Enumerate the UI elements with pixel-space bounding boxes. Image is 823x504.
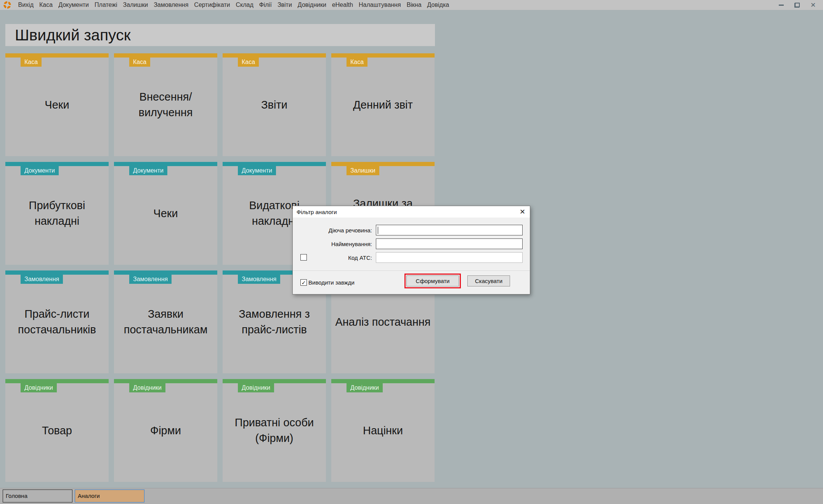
field-row-name: Найменування: [293, 238, 523, 249]
field-row-active-substance: Діюча речовина: [293, 225, 523, 235]
atc-code-label: Код АТС: [293, 254, 376, 261]
window-controls: ✕ [777, 1, 823, 9]
tile-label: Прайс-листи постачальників [5, 270, 109, 373]
tile-tovar[interactable]: Довідники Товар [5, 379, 109, 482]
text-caret [378, 227, 378, 234]
menu-item-directories[interactable]: Довідники [295, 0, 329, 10]
tile-firmy[interactable]: Довідники Фірми [114, 379, 217, 482]
menu-item-orders[interactable]: Замовлення [151, 0, 191, 10]
tile-label: Чеки [114, 162, 217, 265]
menu-item-kasa[interactable]: Каса [37, 0, 56, 10]
tile-label: Фірми [114, 379, 217, 482]
tile-natsinky[interactable]: Довідники Націнки [331, 379, 435, 482]
page-title: Швидкий запуск [5, 24, 435, 46]
menu-item-reports[interactable]: Звіти [274, 0, 295, 10]
minimize-button[interactable] [777, 1, 785, 9]
name-label: Найменування: [293, 241, 376, 247]
active-substance-input[interactable] [376, 225, 523, 235]
menu-item-stock[interactable]: Залишки [120, 0, 151, 10]
tile-label: Приватні особи (Фірми) [223, 379, 326, 482]
cancel-button[interactable]: Скасувати [467, 275, 510, 286]
bottom-tab-bar: Головна Аналоги [0, 488, 823, 504]
tile-kasa-dennyi-zvit[interactable]: Каса Денний звіт [331, 53, 435, 156]
menu-item-payments[interactable]: Платежі [92, 0, 120, 10]
menu-item-exit[interactable]: Вихід [15, 0, 37, 10]
app-logo-icon [3, 1, 11, 9]
dialog-divider [293, 270, 530, 271]
menu-item-settings[interactable]: Налаштування [356, 0, 404, 10]
restore-icon [795, 3, 799, 7]
tile-label: Заявки постачальникам [114, 270, 217, 373]
tile-kasa-vnesennia[interactable]: Каса Внесення/вилучення [114, 53, 217, 156]
atc-code-input[interactable] [376, 252, 523, 263]
menu-item-help[interactable]: Довідка [424, 0, 452, 10]
name-input[interactable] [376, 238, 523, 249]
tile-label: Чеки [5, 53, 109, 156]
tile-label: Звіти [223, 53, 326, 156]
always-show-label: Виводити завжди [308, 279, 355, 286]
dialog-close-icon[interactable]: ✕ [520, 208, 525, 215]
tile-label: Товар [5, 379, 109, 482]
restore-button[interactable] [793, 1, 801, 9]
filter-analogs-dialog: Фільтр аналоги ✕ Діюча речовина: Наймену… [292, 206, 530, 294]
menu-item-ehealth[interactable]: eHealth [329, 0, 356, 10]
tile-kasa-cheky[interactable]: Каса Чеки [5, 53, 109, 156]
minimize-icon [779, 5, 784, 6]
dialog-title-bar[interactable]: Фільтр аналоги ✕ [293, 206, 530, 218]
menu-item-windows[interactable]: Вікна [404, 0, 424, 10]
tile-label: Денний звіт [331, 53, 435, 156]
tile-kasa-zvity[interactable]: Каса Звіти [223, 53, 326, 156]
tab-holovna[interactable]: Головна [3, 490, 72, 502]
tile-pryvatni-osoby[interactable]: Довідники Приватні особи (Фірми) [223, 379, 326, 482]
dialog-title: Фільтр аналоги [297, 209, 337, 215]
highlight-annotation: Сформувати [404, 274, 461, 288]
menu-item-branches[interactable]: Філії [256, 0, 274, 10]
generate-button[interactable]: Сформувати [406, 275, 459, 286]
active-substance-label: Діюча речовина: [293, 227, 376, 234]
tab-analohy[interactable]: Аналоги [75, 490, 144, 502]
close-icon: ✕ [810, 2, 816, 8]
tile-label: Націнки [331, 379, 435, 482]
close-button[interactable]: ✕ [809, 1, 817, 9]
menu-item-documents[interactable]: Документи [56, 0, 92, 10]
tile-label: Внесення/вилучення [114, 53, 217, 156]
tile-price-lists[interactable]: Замовлення Прайс-листи постачальників [5, 270, 109, 373]
menu-item-warehouse[interactable]: Склад [233, 0, 256, 10]
menu-bar: Вихід Каса Документи Платежі Залишки Зам… [0, 0, 823, 10]
always-show-option[interactable]: ✓ Виводити завжди [300, 279, 355, 286]
always-show-checkbox[interactable]: ✓ [300, 279, 307, 286]
tile-label: Прибуткові накладні [5, 162, 109, 265]
tile-doc-cheky[interactable]: Документи Чеки [114, 162, 217, 265]
field-row-atc-code: Код АТС: [293, 252, 523, 263]
menu-item-certificates[interactable]: Сертифікати [191, 0, 233, 10]
quick-launch-header: Швидкий запуск [5, 24, 435, 46]
tile-zaiavky[interactable]: Замовлення Заявки постачальникам [114, 270, 217, 373]
tile-doc-prybutkovi[interactable]: Документи Прибуткові накладні [5, 162, 109, 265]
